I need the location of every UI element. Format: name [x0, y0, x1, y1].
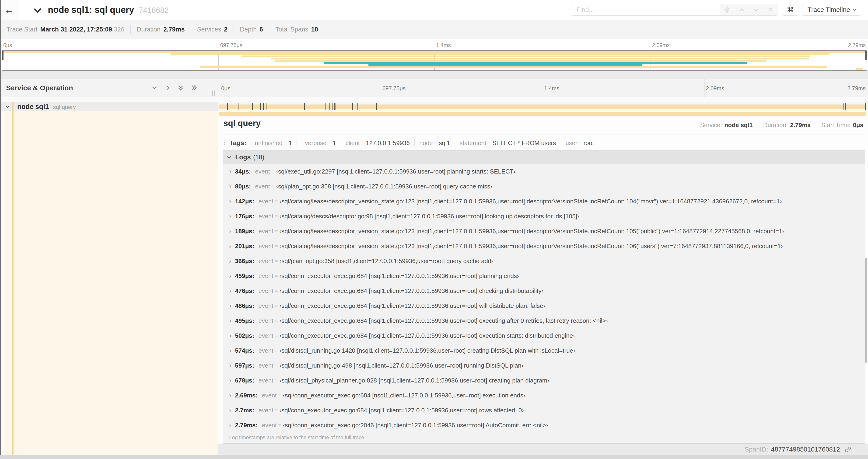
expand-all-double-chevron-right-icon[interactable]	[191, 85, 197, 91]
minimap-left-drag-handle[interactable]	[2, 51, 3, 60]
back-button[interactable]: ←	[0, 0, 18, 20]
log-marker	[252, 103, 253, 110]
find-clear-close-icon[interactable]: ×	[765, 4, 776, 15]
log-equals: =	[275, 348, 278, 353]
minimap-canvas[interactable]	[2, 50, 867, 71]
log-timestamp: 486μs:	[235, 302, 254, 309]
deep-link-icon[interactable]	[844, 446, 852, 453]
column-resize-grip[interactable]	[212, 91, 215, 96]
tags-chevron-right-icon: ›	[223, 139, 226, 146]
summary-item: Trace StartMarch 31 2022, 17:25:09.326	[6, 26, 124, 33]
trace-collapse-chevron-icon[interactable]	[34, 5, 41, 12]
command-icon: ⌘	[787, 6, 794, 14]
tags-row[interactable]: › Tags: _unfinished=1_verbose=1client=12…	[223, 138, 594, 148]
log-row[interactable]: ›189μs:event=‹sql/catalog/lease/descript…	[223, 224, 865, 239]
tags-label: Tags:	[229, 139, 246, 147]
log-row[interactable]: ›597μs:event=‹sql/distsql_running.go:498…	[223, 358, 865, 373]
tag-item: user=root	[566, 139, 594, 147]
log-row-chevron-right-icon: ›	[229, 243, 231, 249]
log-equals: =	[275, 363, 278, 368]
log-timestamp: 597μs:	[235, 362, 254, 369]
meta-divider	[816, 121, 816, 129]
log-field-value: ‹sql/exec_util.go:2297 [nsql1,client=127…	[276, 168, 516, 175]
find-input[interactable]	[571, 4, 720, 15]
timeline-tick-label: 0μs	[221, 79, 230, 97]
log-field-key: event	[258, 302, 274, 309]
tag-value: 127.0.0.1:59936	[366, 139, 410, 146]
logs-footer-note: Log timestamps are relative to the start…	[229, 434, 365, 440]
log-row[interactable]: ›574μs:event=‹sql/distsql_running.go:142…	[223, 343, 865, 358]
vertical-scrollbar-thumb[interactable]	[865, 258, 867, 363]
find-buttons: ×	[720, 4, 778, 15]
minimap-tick-label: 2.09ms	[652, 39, 670, 50]
log-row[interactable]: ›486μs:event=‹sql/conn_executor_exec.go:…	[223, 298, 865, 313]
minimap-span-bar	[242, 56, 811, 57]
log-row[interactable]: ›80μs:event=‹sql/plan_opt.go:358 [nsql1,…	[223, 179, 865, 194]
log-row[interactable]: ›495μs:event=‹sql/conn_executor_exec.go:…	[223, 313, 865, 328]
span-row-service[interactable]: node sql1sql query	[0, 102, 218, 111]
trace-title-text: node sql1: sql query	[48, 5, 134, 15]
span-bar[interactable]	[219, 104, 866, 109]
log-field-value: ‹sql/plan_opt.go:358 [nsql1,client=127.0…	[276, 183, 492, 190]
tag-equals: =	[328, 141, 331, 146]
span-service-name: node sql1sql query	[17, 102, 76, 111]
log-row-chevron-right-icon: ›	[229, 347, 231, 354]
log-row[interactable]: ›2.7ms:event=‹sql/conn_executor_exec.go:…	[223, 403, 865, 418]
span-row-timeline[interactable]	[218, 102, 868, 111]
keyboard-shortcuts-button[interactable]: ⌘	[782, 4, 799, 15]
find-prev-chevron-up-icon[interactable]	[736, 4, 747, 15]
log-timestamp: 142μs:	[235, 198, 254, 205]
log-field-value: ‹sql/conn_executor_exec.go:684 [nsql1,cl…	[280, 272, 519, 280]
log-row[interactable]: ›476μs:event=‹sql/conn_executor_exec.go:…	[223, 283, 865, 298]
trace-view-dropdown[interactable]: Trace Timeline	[802, 4, 861, 15]
log-field-value: ‹sql/conn_executor_exec.go:684 [nsql1,cl…	[283, 392, 525, 399]
find-next-chevron-down-icon[interactable]	[751, 4, 762, 15]
span-collapse-chevron-down-icon[interactable]	[6, 104, 9, 108]
summary-item: Total Spans10	[275, 26, 318, 33]
locate-icon[interactable]	[722, 4, 733, 15]
log-row[interactable]: ›502μs:event=‹sql/conn_executor_exec.go:…	[223, 328, 865, 343]
meta-label: Start Time:	[821, 122, 850, 129]
summary-item: Duration2.79ms	[137, 26, 185, 33]
meta-value: 2.79ms	[790, 122, 811, 129]
log-field-key: event	[255, 168, 270, 175]
log-row[interactable]: ›2.69ms:event=‹sql/conn_executor_exec.go…	[223, 388, 865, 403]
log-timestamp: 201μs:	[235, 242, 254, 250]
log-row[interactable]: ›142μs:event=‹sql/catalog/lease/descript…	[223, 194, 865, 209]
log-field-value: ‹sql/plan_opt.go:358 [nsql1,client=127.0…	[280, 258, 493, 265]
timeline-ruler-header: 0μs697.75μs1.4ms2.09ms2.79ms	[218, 79, 868, 97]
minimap-right-drag-handle[interactable]	[865, 51, 867, 60]
minimap-span-bar	[2, 51, 867, 53]
log-row[interactable]: ›176μs:event=‹sql/catalog/descs/descript…	[223, 209, 865, 224]
log-row[interactable]: ›34μs:event=‹sql/exec_util.go:2297 [nsql…	[223, 164, 865, 179]
chevron-down-icon	[853, 7, 856, 11]
log-equals: =	[278, 422, 281, 428]
log-field-value: ‹sql/distsql_running.go:1420 [nsql1,clie…	[280, 347, 575, 354]
log-marker	[376, 103, 377, 110]
log-row[interactable]: ›2.79ms:event=‹sql/conn_executor_exec.go…	[223, 418, 865, 433]
summary-label: Depth	[240, 26, 257, 33]
logs-header[interactable]: Logs (18)	[223, 151, 865, 164]
tag-key: statement	[460, 139, 486, 146]
jaeger-trace-page: ← node sql1: sql query7418682 × ⌘ T	[0, 0, 868, 459]
log-row[interactable]: ›366μs:event=‹sql/plan_opt.go:358 [nsql1…	[223, 254, 865, 268]
log-equals: =	[275, 214, 278, 219]
meta-value: node sql1	[724, 122, 752, 129]
tag-divider	[297, 139, 297, 146]
log-row-chevron-right-icon: ›	[229, 377, 231, 384]
top-bar: ← node sql1: sql query7418682 × ⌘ T	[0, 0, 868, 20]
log-row[interactable]: ›459μs:event=‹sql/conn_executor_exec.go:…	[223, 268, 865, 283]
collapse-one-chevron-down-icon[interactable]	[152, 85, 158, 91]
log-field-value: ‹sql/conn_executor_exec.go:684 [nsql1,cl…	[280, 317, 608, 324]
log-field-key: event	[258, 258, 274, 265]
log-row-chevron-right-icon: ›	[229, 228, 231, 234]
collapse-all-double-chevron-down-icon[interactable]	[178, 85, 184, 91]
log-row-chevron-right-icon: ›	[229, 198, 231, 204]
expand-one-chevron-right-icon[interactable]	[165, 85, 171, 91]
log-equals: =	[272, 169, 274, 174]
log-row[interactable]: ›201μs:event=‹sql/catalog/lease/descript…	[223, 239, 865, 254]
summary-value: 2.79ms	[163, 26, 185, 33]
log-row[interactable]: ›678μs:event=‹sql/distsql_physical_plann…	[223, 373, 865, 388]
log-row-chevron-right-icon: ›	[229, 288, 231, 294]
find-group: ×	[571, 4, 778, 15]
